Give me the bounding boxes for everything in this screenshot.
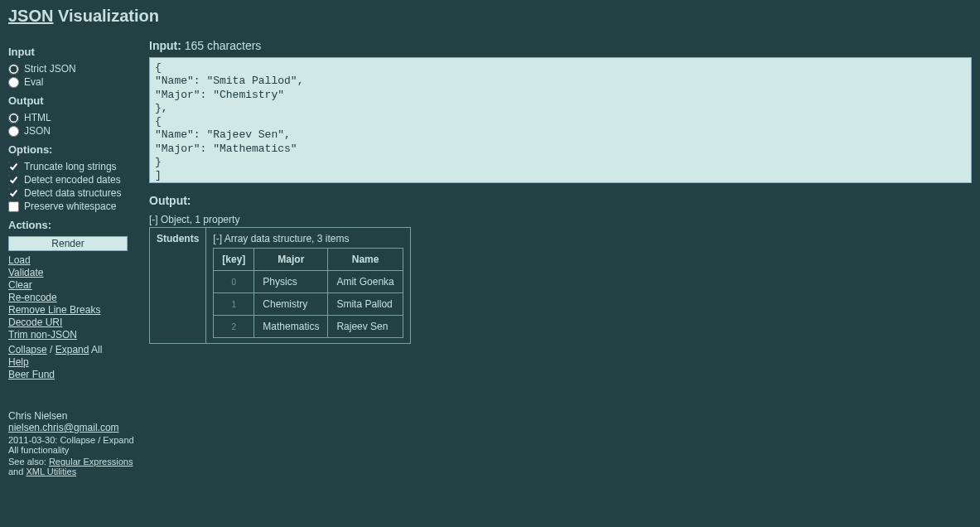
footer: Chris Nielsen nielsen.chris@gmail.com 20… — [8, 410, 141, 476]
expand-link[interactable]: Expand — [56, 344, 89, 355]
collapse-toggle[interactable]: [-] Object, 1 property — [149, 214, 239, 225]
table-row: 1ChemistrySmita Pallod — [214, 293, 403, 316]
output-mode-radio-1[interactable] — [8, 126, 19, 137]
sidebar: Input Strict JSONEval Output HTMLJSON Op… — [8, 39, 141, 476]
key-cell: 2 — [214, 316, 254, 338]
author-email[interactable]: nielsen.chris@gmail.com — [8, 422, 119, 433]
see-also-regex[interactable]: Regular Expressions — [49, 457, 133, 467]
tree-root-label: [-] Object, 1 property — [149, 214, 972, 225]
property-name: Students — [150, 228, 206, 344]
column-header-0: [key] — [214, 249, 254, 271]
main-content: Input: 165 characters Output: [-] Object… — [149, 39, 972, 476]
table-row: 0PhysicsAmit Goenka — [214, 271, 403, 293]
array-table: [key]MajorName 0PhysicsAmit Goenka1Chemi… — [213, 248, 403, 338]
table-row: 2MathematicsRajeev Sen — [214, 316, 403, 338]
page-title: JSON Visualization — [8, 7, 972, 26]
column-header-2: Name — [328, 249, 403, 271]
action-clear[interactable]: Clear — [8, 279, 32, 291]
action-remove-line-breaks[interactable]: Remove Line Breaks — [8, 304, 100, 316]
option-label-3: Preserve whitespace — [24, 201, 116, 212]
see-also-xml[interactable]: XML Utilities — [26, 467, 76, 476]
action-validate[interactable]: Validate — [8, 267, 43, 278]
input-heading: Input — [8, 46, 141, 58]
key-cell: 1 — [214, 293, 254, 316]
output-mode-label-0: HTML — [24, 112, 51, 123]
option-check-0[interactable] — [8, 162, 19, 172]
output-mode-label-1: JSON — [24, 125, 51, 137]
option-check-1[interactable] — [8, 175, 19, 186]
major-cell: Physics — [254, 271, 328, 293]
output-header: Output: — [149, 194, 972, 207]
title-link[interactable]: JSON — [8, 7, 53, 25]
option-label-2: Detect data structures — [24, 187, 121, 199]
option-check-2[interactable] — [8, 188, 19, 199]
input-mode-label-0: Strict JSON — [24, 63, 76, 75]
major-cell: Mathematics — [254, 316, 328, 338]
option-label-0: Truncate long strings — [24, 161, 117, 172]
json-input[interactable] — [149, 57, 972, 183]
help-link[interactable]: Help — [8, 356, 29, 368]
name-cell: Rajeev Sen — [328, 316, 403, 338]
input-mode-radio-0[interactable] — [8, 64, 19, 75]
input-mode-label-1: Eval — [24, 76, 43, 88]
options-heading: Options: — [8, 143, 141, 156]
action-load[interactable]: Load — [8, 254, 31, 266]
input-mode-radio-1[interactable] — [8, 77, 19, 88]
column-header-1: Major — [254, 249, 328, 271]
key-cell: 0 — [214, 271, 254, 293]
collapse-link[interactable]: Collapse — [8, 344, 47, 355]
action-trim-non-json[interactable]: Trim non-JSON — [8, 329, 77, 341]
option-label-1: Detect encoded dates — [24, 174, 121, 186]
output-mode-radio-0[interactable] — [8, 113, 19, 123]
output-heading: Output — [8, 94, 141, 107]
changelog: 2011-03-30: Collapse / Expand All functi… — [8, 435, 141, 455]
output-table: Students [-] Array data structure, 3 ite… — [149, 227, 411, 344]
actions-heading: Actions: — [8, 219, 141, 231]
major-cell: Chemistry — [254, 293, 328, 316]
author-name: Chris Nielsen — [8, 410, 141, 422]
action-re-encode[interactable]: Re-encode — [8, 292, 57, 303]
input-header: Input: 165 characters — [149, 39, 972, 52]
beer-link[interactable]: Beer Fund — [8, 369, 55, 380]
render-button[interactable]: Render — [8, 236, 128, 251]
name-cell: Smita Pallod — [328, 293, 403, 316]
array-toggle[interactable]: [-] Array data structure, 3 items — [213, 233, 349, 244]
name-cell: Amit Goenka — [328, 271, 403, 293]
property-value: [-] Array data structure, 3 items [key]M… — [206, 228, 410, 344]
action-decode-uri[interactable]: Decode URI — [8, 317, 62, 328]
option-check-3[interactable] — [8, 201, 19, 212]
